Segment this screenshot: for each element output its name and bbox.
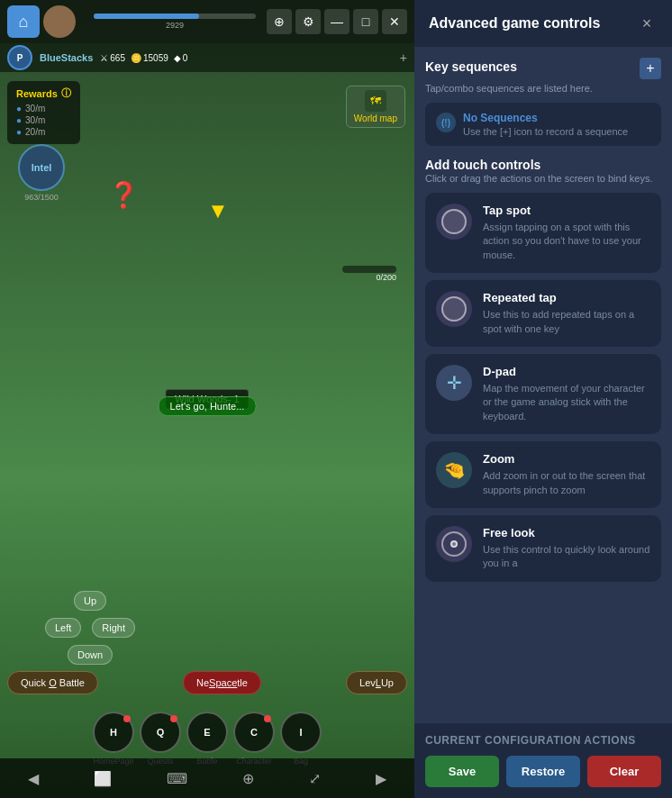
skill-h-button[interactable]: H HomePage [93,712,134,753]
repeated-tap-name: Repeated tap [483,291,650,304]
player-bar: P BlueStacks ⚔ 665 🪙 15059 ◆ 0 + [0,43,414,72]
gem-icon: ◆ [174,53,181,63]
bottom-nav: ◀ ⬜ ⌨ ⊕ ⤢ ▶ [0,758,414,798]
key-sequences-desc: Tap/combo sequences are listed here. [425,83,661,94]
add-resource-button[interactable]: + [400,50,407,65]
dpad-down-button[interactable]: Down [68,645,113,665]
chat-bubble: Let's go, Hunte... [159,396,257,416]
close-window-icon[interactable]: ✕ [382,9,407,34]
hp-bar-area: 0/200 [342,266,396,282]
tap-spot-card[interactable]: Tap spot Assign tapping on a spot with t… [425,193,661,273]
repeated-tap-info: Repeated tap Use this to add repeated ta… [483,291,650,336]
key-sequences-title: Key sequences [425,59,517,74]
config-buttons: Save Restore Clear [425,756,661,787]
settings-icon[interactable]: ⚙ [295,9,321,34]
free-look-info: Free look Use this control to quickly lo… [483,526,650,571]
dpad-info: D-pad Map the movement of your character… [483,365,650,423]
panel-content: Key sequences + Tap/combo sequences are … [414,47,672,722]
right-panel: Advanced game controls × Key sequences +… [414,0,672,798]
tap-spot-name: Tap spot [483,204,650,217]
nav-next-icon[interactable]: ▶ [376,770,386,787]
no-sequences-label: No Sequences [463,112,628,124]
dpad-card[interactable]: ✛ D-pad Map the movement of your charact… [425,354,661,434]
free-look-card[interactable]: Free look Use this control to quickly lo… [425,515,661,582]
touch-controls-desc: Click or drag the actions on the screen … [425,173,661,184]
restore-button[interactable]: Restore [506,756,580,787]
free-look-name: Free look [483,526,650,540]
nav-home-icon[interactable]: ⬜ [94,770,112,787]
panel-title: Advanced game controls [429,15,600,32]
free-look-desc: Use this control to quickly look around … [483,543,650,571]
repeated-tap-desc: Use this to add repeated taps on a spot … [483,308,650,336]
rewards-title: Rewards ⓘ [16,86,71,100]
home-icon[interactable]: ⌂ [7,5,40,38]
clear-button[interactable]: Clear [587,756,661,787]
dpad-card-icon: ✛ [436,365,472,401]
skill-q-button[interactable]: Q Quests [140,712,181,753]
no-sequences-desc: Use the [+] icon to record a sequence [463,126,628,137]
dpad-name: D-pad [483,365,650,378]
intel-badge: Intel 963/1500 [18,144,65,202]
zoom-card[interactable]: 🤏 Zoom Add zoom in or out to the screen … [425,441,661,508]
top-bar: ⌂ 2929 ⊕ ⚙ — □ ✕ [0,0,414,43]
dpad-right-button[interactable]: Right [92,618,135,638]
reward-dot-2: ● [16,115,22,125]
panel-header: Advanced game controls × [414,0,672,47]
nav-camera-icon[interactable]: ⊕ [242,770,254,787]
tap-spot-icon [436,204,472,240]
zoom-desc: Add zoom in or out to the screen that su… [483,469,650,497]
arrow-indicator: ▼ [207,198,229,223]
add-sequence-button[interactable]: + [640,58,661,79]
panel-close-button[interactable]: × [636,13,658,34]
hp-text: 2929 [166,21,184,30]
sword-icon: ⚔ [100,53,108,63]
player-name: BlueStacks [40,52,93,63]
skill-dot [170,715,177,722]
skill-bar: H HomePage Q Quests E Battle C Character… [0,712,414,753]
nav-fullscreen-icon[interactable]: ⤢ [309,770,321,787]
world-map-button[interactable]: 🗺 World map [346,86,405,128]
level-up-button[interactable]: LevLUp [346,671,407,694]
top-bar-center: 2929 [83,14,267,30]
maximize-icon[interactable]: □ [353,9,378,34]
skill-i-button[interactable]: I Bag [280,712,322,753]
avatar [43,5,76,38]
nav-back-icon[interactable]: ◀ [28,770,39,787]
touch-controls-title: Add touch controls [425,158,540,172]
world-map-icon: 🗺 [365,90,386,112]
rewards-panel: Rewards ⓘ ●30/m ●30/m ●20/m [7,81,80,144]
next-battle-button[interactable]: NeSpacetle [183,671,261,694]
quick-battle-button[interactable]: Quick O Battle [7,671,98,694]
skill-dot [264,715,271,722]
player-level-badge: P [7,45,32,70]
dpad-desc: Map the movement of your character or th… [483,382,650,423]
free-look-icon [436,526,472,562]
repeated-tap-icon [436,291,472,327]
dpad-up-button[interactable]: Up [74,591,106,611]
repeated-tap-card[interactable]: Repeated tap Use this to add repeated ta… [425,280,661,347]
zoom-name: Zoom [483,452,650,466]
dpad-left-button[interactable]: Left [45,618,81,638]
battle-bar: Quick O Battle NeSpacetle LevLUp [0,671,414,694]
quest-marker: ❓ [108,180,140,210]
intel-circle: Intel [18,144,65,191]
intel-hp: 963/1500 [18,193,65,202]
sequence-info-icon: (!) [436,113,456,132]
no-sequences-card: (!) No Sequences Use the [+] icon to rec… [425,103,661,146]
tap-spot-info: Tap spot Assign tapping on a spot with t… [483,204,650,262]
gold-icon: 🪙 [131,53,141,63]
minimize-icon[interactable]: — [324,9,350,34]
search-icon[interactable]: ⊕ [267,9,292,34]
tap-spot-desc: Assign tapping on a spot with this actio… [483,221,650,262]
skill-c-button[interactable]: C Character [233,712,275,753]
skill-e-button[interactable]: E Battle [186,712,228,753]
zoom-info: Zoom Add zoom in or out to the screen th… [483,452,650,497]
player-stats: ⚔ 665 🪙 15059 ◆ 0 [100,53,187,63]
save-button[interactable]: Save [425,756,499,787]
reward-dot-1: ● [16,104,22,113]
reward-dot-3: ● [16,127,22,137]
skill-dot [123,715,131,722]
config-title: Current configuration actions [425,734,661,747]
game-area: ⌂ 2929 ⊕ ⚙ — □ ✕ P BlueStacks ⚔ 665 🪙 15… [0,0,414,798]
nav-keyboard-icon[interactable]: ⌨ [167,770,187,787]
